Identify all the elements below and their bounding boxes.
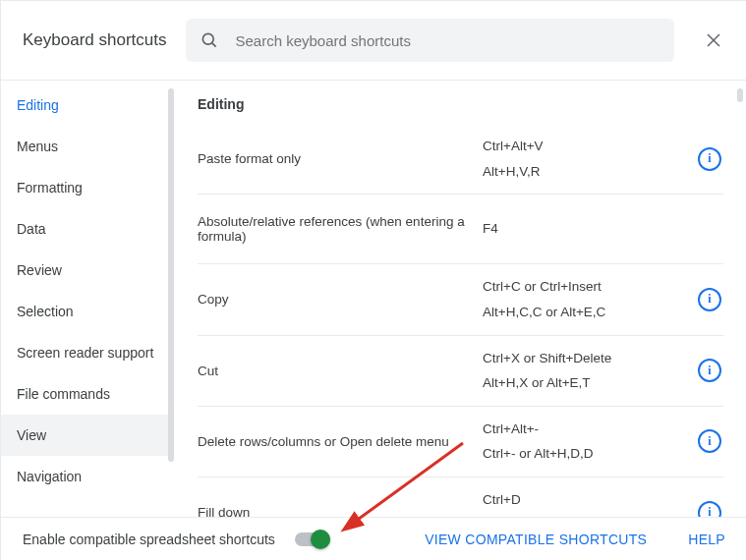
sidebar-item-navigation[interactable]: Navigation	[1, 456, 174, 497]
view-compatible-shortcuts-link[interactable]: VIEW COMPATIBLE SHORTCUTS	[425, 532, 647, 547]
dialog-title: Keyboard shortcuts	[23, 30, 166, 50]
sidebar-item-menus[interactable]: Menus	[1, 126, 174, 167]
sidebar-item-review[interactable]: Review	[1, 250, 174, 291]
shortcut-row: Fill downCtrl+DAlt+H,F,I,D or Alt+E,I,Di	[198, 477, 723, 517]
info-cell: i	[696, 501, 723, 517]
enable-compatible-toggle[interactable]	[295, 532, 330, 546]
shortcut-row: Absolute/relative references (when enter…	[198, 195, 723, 264]
sidebar-item-screen-reader-support[interactable]: Screen reader support	[1, 332, 174, 373]
shortcut-keys: Ctrl+C or Ctrl+InsertAlt+H,C,C or Alt+E,…	[483, 274, 696, 324]
info-icon[interactable]: i	[698, 429, 721, 453]
content-pane: Editing Paste format onlyCtrl+Alt+VAlt+H…	[174, 81, 746, 517]
shortcut-label: Delete rows/columns or Open delete menu	[198, 434, 483, 449]
shortcut-keys: Ctrl+Alt+-Ctrl+- or Alt+H,D,D	[483, 417, 696, 467]
shortcut-keys: F4	[483, 216, 696, 242]
search-bar[interactable]	[186, 19, 674, 62]
sidebar-item-editing[interactable]: Editing	[1, 84, 174, 126]
help-link[interactable]: HELP	[688, 532, 725, 547]
toggle-knob	[311, 530, 330, 549]
info-cell: i	[696, 288, 723, 311]
shortcut-keys: Ctrl+X or Shift+DeleteAlt+H,X or Alt+E,T	[483, 346, 696, 396]
enable-compatible-label: Enable compatible spreadsheet shortcuts	[23, 532, 275, 547]
info-icon[interactable]: i	[698, 288, 721, 311]
search-input[interactable]	[233, 31, 660, 50]
shortcut-label: Cut	[198, 364, 483, 378]
shortcut-label: Copy	[198, 292, 483, 307]
shortcut-keys: Ctrl+DAlt+H,F,I,D or Alt+E,I,D	[483, 487, 696, 517]
shortcut-label: Paste format only	[198, 151, 483, 166]
sidebar: EditingMenusFormattingDataReviewSelectio…	[1, 81, 174, 517]
section-title: Editing	[198, 96, 723, 112]
sidebar-item-view[interactable]: View	[1, 415, 174, 456]
info-cell: i	[696, 359, 723, 382]
close-button[interactable]	[702, 28, 725, 52]
svg-point-0	[203, 33, 214, 44]
svg-line-1	[212, 43, 216, 47]
shortcut-label: Fill down	[198, 505, 483, 517]
shortcut-row: CopyCtrl+C or Ctrl+InsertAlt+H,C,C or Al…	[198, 264, 723, 335]
sidebar-item-formatting[interactable]: Formatting	[1, 167, 174, 208]
info-icon[interactable]: i	[698, 147, 721, 171]
search-icon	[200, 30, 219, 50]
sidebar-item-file-commands[interactable]: File commands	[1, 373, 174, 415]
close-icon	[705, 31, 722, 49]
info-icon[interactable]: i	[698, 359, 721, 382]
shortcut-label: Absolute/relative references (when enter…	[198, 214, 483, 244]
info-cell: i	[696, 147, 723, 171]
info-cell: i	[696, 429, 723, 453]
content-scrollbar[interactable]	[737, 88, 743, 102]
shortcut-row: Delete rows/columns or Open delete menuC…	[198, 407, 723, 477]
shortcut-keys: Ctrl+Alt+VAlt+H,V,R	[483, 134, 696, 184]
shortcut-row: Paste format onlyCtrl+Alt+VAlt+H,V,Ri	[198, 124, 723, 195]
info-icon[interactable]: i	[698, 501, 721, 517]
sidebar-item-selection[interactable]: Selection	[1, 291, 174, 332]
sidebar-item-data[interactable]: Data	[1, 208, 174, 250]
shortcut-row: CutCtrl+X or Shift+DeleteAlt+H,X or Alt+…	[198, 336, 723, 407]
